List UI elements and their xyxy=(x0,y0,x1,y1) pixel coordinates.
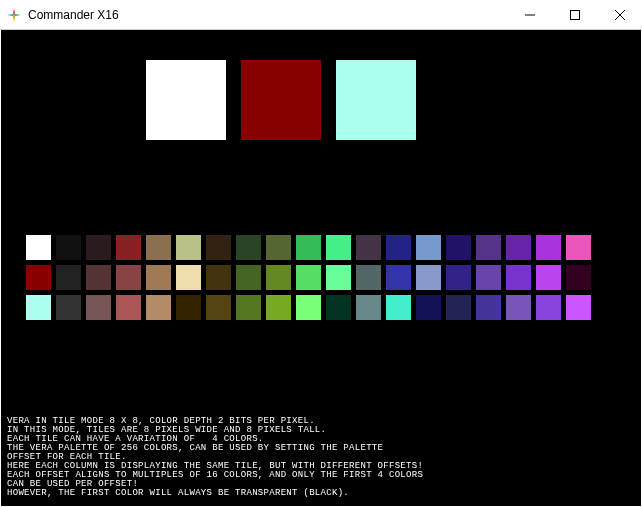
palette-cell xyxy=(296,265,321,290)
palette-cell xyxy=(476,265,501,290)
palette-cell xyxy=(206,265,231,290)
palette-row xyxy=(26,295,591,320)
palette-cell xyxy=(116,265,141,290)
palette-cell xyxy=(476,235,501,260)
palette-cell xyxy=(416,295,441,320)
palette-cell xyxy=(56,265,81,290)
palette-cell xyxy=(176,295,201,320)
titlebar: Commander X16 xyxy=(0,0,642,30)
palette-cell xyxy=(536,235,561,260)
big-swatch-white xyxy=(146,60,226,140)
palette-cell xyxy=(266,235,291,260)
palette-cell xyxy=(506,235,531,260)
palette-cell xyxy=(566,295,591,320)
palette-row xyxy=(26,265,591,290)
palette-cell xyxy=(266,295,291,320)
palette-cell xyxy=(236,235,261,260)
palette-cell xyxy=(56,295,81,320)
palette-cell xyxy=(386,265,411,290)
palette-cell xyxy=(326,295,351,320)
palette-cell xyxy=(146,295,171,320)
palette-cell xyxy=(506,265,531,290)
window-controls xyxy=(507,0,642,29)
palette-cell xyxy=(476,295,501,320)
palette-cell xyxy=(566,235,591,260)
palette-cell xyxy=(326,235,351,260)
palette-cell xyxy=(446,295,471,320)
big-swatches xyxy=(146,60,416,140)
palette-cell xyxy=(386,235,411,260)
palette-cell xyxy=(326,265,351,290)
palette-cell xyxy=(296,295,321,320)
palette-cell xyxy=(116,235,141,260)
palette-cell xyxy=(146,265,171,290)
palette-cell xyxy=(356,265,381,290)
palette-cell xyxy=(416,265,441,290)
svg-rect-1 xyxy=(570,10,579,19)
palette-cell xyxy=(506,295,531,320)
palette-cell xyxy=(236,295,261,320)
palette-cell xyxy=(356,295,381,320)
palette-cell xyxy=(386,295,411,320)
palette-cell xyxy=(536,295,561,320)
description-text: VERA IN TILE MODE 8 X 8, COLOR DEPTH 2 B… xyxy=(7,417,423,498)
palette-cell xyxy=(176,265,201,290)
big-swatch-dark-red xyxy=(241,60,321,140)
palette-row xyxy=(26,235,591,260)
minimize-button[interactable] xyxy=(507,0,552,29)
palette-cell xyxy=(206,235,231,260)
palette-cell xyxy=(446,235,471,260)
maximize-button[interactable] xyxy=(552,0,597,29)
palette-cell xyxy=(26,235,51,260)
palette-cell xyxy=(86,295,111,320)
big-swatch-pale-cyan xyxy=(336,60,416,140)
app-icon xyxy=(6,7,22,23)
palette-cell xyxy=(296,235,321,260)
palette-cell xyxy=(146,235,171,260)
palette-cell xyxy=(86,235,111,260)
close-button[interactable] xyxy=(597,0,642,29)
palette-cell xyxy=(566,265,591,290)
palette-cell xyxy=(86,265,111,290)
palette-cell xyxy=(536,265,561,290)
palette-grid xyxy=(26,235,591,325)
palette-cell xyxy=(176,235,201,260)
palette-cell xyxy=(446,265,471,290)
palette-cell xyxy=(266,265,291,290)
palette-cell xyxy=(56,235,81,260)
palette-cell xyxy=(206,295,231,320)
window-title: Commander X16 xyxy=(28,8,507,22)
emulator-viewport: VERA IN TILE MODE 8 X 8, COLOR DEPTH 2 B… xyxy=(1,30,641,506)
palette-cell xyxy=(26,295,51,320)
palette-cell xyxy=(26,265,51,290)
palette-cell xyxy=(116,295,141,320)
palette-cell xyxy=(356,235,381,260)
palette-cell xyxy=(416,235,441,260)
palette-cell xyxy=(236,265,261,290)
